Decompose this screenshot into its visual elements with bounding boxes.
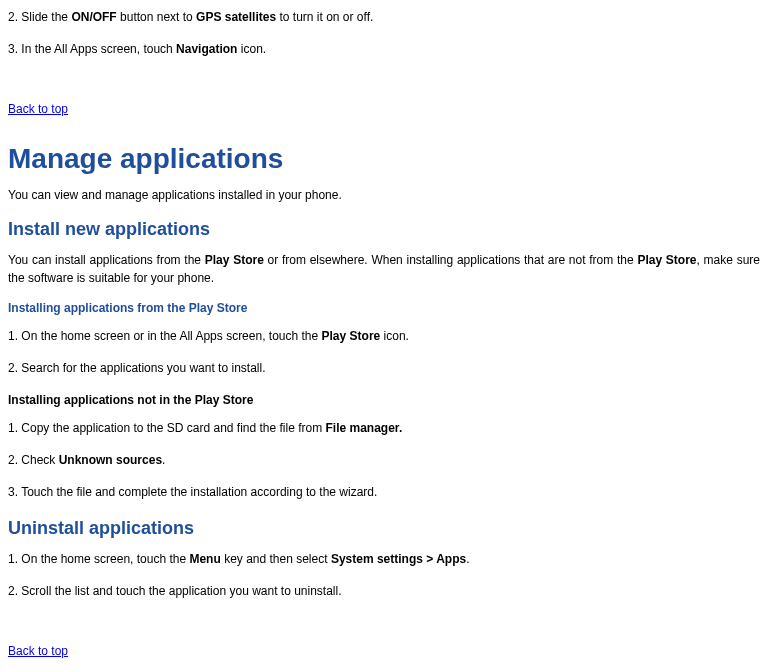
uninstall-s1-post: . [466,552,469,566]
not-store-s2-post: . [162,453,165,467]
from-store-step-2: 2. Search for the applications you want … [8,359,760,377]
uninstall-applications-heading: Uninstall applications [8,515,760,542]
uninstall-step-2: 2. Scroll the list and touch the applica… [8,582,760,600]
play-store-label-1: Play Store [205,253,264,267]
step-2-text-pre: 2. Slide the [8,10,71,24]
manage-applications-heading: Manage applications [8,138,760,180]
step-2-text-post: to turn it on or off. [276,10,373,24]
on-off-label: ON/OFF [71,10,116,24]
back-to-top-link[interactable]: Back to top [8,100,68,118]
install-desc-pre: You can install applications from the [8,253,205,267]
play-store-icon-label: Play Store [322,329,381,343]
unknown-sources-label: Unknown sources [59,453,162,467]
installing-from-play-store-heading: Installing applications from the Play St… [8,299,760,317]
file-manager-label: File manager. [326,421,403,435]
gps-satellites-label: GPS satellites [196,10,276,24]
from-store-step-1: 1. On the home screen or in the All Apps… [8,327,760,345]
uninstall-s1-mid: key and then select [221,552,331,566]
from-store-s1-post: icon. [380,329,409,343]
not-store-s2-pre: 2. Check [8,453,59,467]
play-store-label-2: Play Store [637,253,696,267]
not-store-s1-pre: 1. Copy the application to the SD card a… [8,421,326,435]
not-store-step-2: 2. Check Unknown sources. [8,451,760,469]
step-2: 2. Slide the ON/OFF button next to GPS s… [8,8,760,26]
step-2-text-mid: button next to [117,10,196,24]
uninstall-step-1: 1. On the home screen, touch the Menu ke… [8,550,760,568]
step-3: 3. In the All Apps screen, touch Navigat… [8,40,760,58]
install-new-applications-heading: Install new applications [8,216,760,243]
not-store-step-3: 3. Touch the file and complete the insta… [8,483,760,501]
install-desc-mid: or from elsewhere. When installing appli… [264,253,638,267]
from-store-s1-pre: 1. On the home screen or in the All Apps… [8,329,322,343]
step-3-text-post: icon. [237,42,266,56]
not-store-step-1: 1. Copy the application to the SD card a… [8,419,760,437]
back-to-top-link-bottom[interactable]: Back to top [8,642,68,660]
system-settings-apps-label: System settings > Apps [331,552,466,566]
menu-key-label: Menu [189,552,220,566]
installing-not-play-store-heading: Installing applications not in the Play … [8,391,760,409]
step-3-text-pre: 3. In the All Apps screen, touch [8,42,176,56]
intro-paragraph: You can view and manage applications ins… [8,186,760,204]
navigation-label: Navigation [176,42,237,56]
install-description: You can install applications from the Pl… [8,251,760,287]
uninstall-s1-pre: 1. On the home screen, touch the [8,552,189,566]
